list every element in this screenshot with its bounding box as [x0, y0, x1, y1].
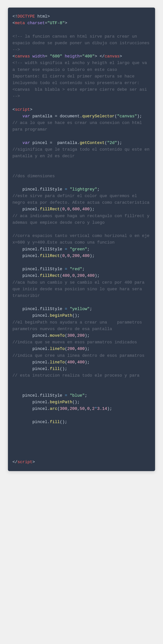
- method-queryselector: querySelector: [82, 114, 115, 119]
- method-fill: fill: [50, 366, 60, 371]
- method-moveto: moveTo: [50, 333, 65, 338]
- method-getcontext: getContext: [80, 140, 105, 145]
- script-open-line: <script>: [12, 107, 32, 112]
- canvas-line: <canvas width= "600" heigth="400"> </can…: [12, 54, 122, 59]
- comment-red: //aca hubo un cambio y se cambio el cero…: [12, 280, 147, 298]
- comment-connection: // aca lo que se hace es crear una conex…: [12, 120, 145, 132]
- comment-canvas-explain: <!-- width significa el ancho y heigth e…: [12, 61, 152, 99]
- method-beginpath: beginPath: [50, 313, 72, 318]
- keyword-var: var: [22, 114, 30, 119]
- comment-2d: //siginifica que le traiga todo el conte…: [12, 147, 152, 158]
- comment-beginpath: //el beginPath nos ayudara a crear una p…: [12, 320, 145, 332]
- code-editor: <!DOCTYPE html> <meta charset="UTF-8"> <…: [8, 8, 155, 471]
- comment-fillrect: // aca indicamos quee haga un rectangulo…: [12, 214, 152, 225]
- method-arc: arc: [50, 406, 57, 411]
- method-fillrect: fillRect: [40, 207, 60, 212]
- comment-moveto: //indica que se mueva en esos paramatros…: [12, 340, 137, 345]
- meta-line: <meta charset="UTF-8">: [12, 21, 67, 26]
- comment-spaces: //corra espacios tanto vertical como hor…: [12, 234, 152, 245]
- comment-fill: // esta instruccion realiza todo ele pro…: [12, 373, 140, 378]
- comment-dimensions: //dos dimensiones: [12, 174, 55, 178]
- comment-lineto: //indica que cree una linea dentro de es…: [12, 353, 145, 358]
- method-lineto: lineTo: [50, 346, 65, 351]
- script-close-line: </script>: [12, 460, 35, 464]
- comment-fillstyle: //este sirve para definir el color que q…: [12, 194, 150, 205]
- comment-canvas-intro: <!-- la funcion canvas en html sirve par…: [12, 34, 155, 52]
- doctype-line: <!DOCTYPE html>: [12, 14, 50, 19]
